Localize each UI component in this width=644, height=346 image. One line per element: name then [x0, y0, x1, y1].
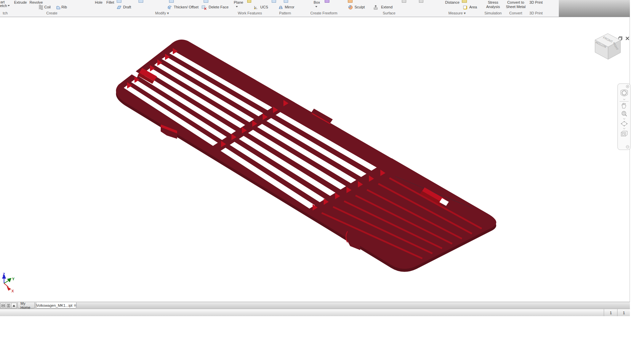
cut-icon-fragment: [272, 0, 276, 3]
stress-analysis-button[interactable]: Stress: [482, 0, 504, 4]
part-viewport: Z Y X: [0, 17, 630, 302]
panel-convert: Convert to Sheet Metal Convert: [504, 0, 528, 16]
panel-sketch: art etch tch: [0, 0, 11, 16]
thicken-offset-button[interactable]: Thicken/ Offset: [174, 5, 199, 9]
navbar-divider: [620, 101, 629, 102]
panel-3d-print: 3D Print 3D Print: [528, 0, 545, 16]
area-icon: [463, 5, 468, 10]
mirror-icon: [278, 5, 283, 10]
look-at-icon[interactable]: [621, 131, 628, 136]
area-button[interactable]: Area: [469, 5, 477, 9]
tab-my-home[interactable]: My Home: [17, 302, 35, 308]
cut-icon-fragment: [247, 0, 251, 3]
panel-label-sketch: tch: [0, 11, 10, 16]
navigation-bar: [618, 83, 631, 150]
convert-sheet-metal-button-line2[interactable]: Sheet Metal: [504, 5, 528, 9]
chevron-down-icon[interactable]: [623, 128, 626, 129]
panel-label-create-freeform: Create Freeform: [301, 11, 346, 16]
chevron-down-icon[interactable]: [623, 118, 626, 120]
cut-icon-fragment: [402, 0, 406, 3]
tile-vertical-icon: [7, 304, 10, 307]
cut-icon-fragment: [348, 0, 353, 3]
y-axis-label: Y: [12, 277, 15, 281]
orbit-icon[interactable]: [621, 121, 628, 127]
inventor-app-window: art etch tch Extrude Revolve Coil Rib Cr…: [0, 0, 630, 316]
tile-vertical-button[interactable]: [6, 303, 11, 308]
viewcube[interactable]: FRONT BOTTOM RIGHT: [594, 32, 623, 61]
delete-face-button[interactable]: Delete Face: [209, 5, 228, 9]
extrude-button[interactable]: Extrude: [14, 0, 27, 4]
distance-button[interactable]: Distance: [445, 0, 460, 4]
panel-measure: Distance Area Measure ▾: [432, 0, 483, 16]
tab-document-label: Volkswagen_MK1...ipt: [36, 303, 72, 307]
origin-triad: Z Y X: [2, 272, 15, 293]
status-bar: 1 1: [0, 309, 630, 316]
panel-label-create: Create: [10, 11, 93, 16]
tab-document[interactable]: Volkswagen_MK1...ipt ⊠: [36, 302, 76, 308]
pan-hand-icon[interactable]: [621, 103, 628, 109]
cut-icon-fragment: [419, 0, 423, 3]
panel-label-modify[interactable]: Modify ▾: [93, 11, 231, 16]
panel-modify: Hole Fillet Draft Thicken/ Offset Delete…: [93, 0, 231, 16]
ucs-button[interactable]: UCS: [260, 5, 268, 9]
cut-icon-fragment: [204, 0, 208, 3]
tab-close-icon[interactable]: ⊠: [74, 304, 76, 307]
mirror-button[interactable]: Mirror: [285, 5, 294, 9]
panel-label-simulation: Simulation: [482, 11, 504, 16]
zoom-icon[interactable]: [621, 110, 628, 117]
x-axis-label: X: [11, 289, 14, 293]
ribbon-empty-area: [559, 0, 630, 17]
coil-button[interactable]: Coil: [44, 5, 51, 9]
hole-button[interactable]: Hole: [95, 0, 103, 4]
ucs-icon: [253, 5, 259, 10]
revolve-button[interactable]: Revolve: [30, 0, 43, 4]
cut-icon-fragment: [284, 0, 288, 3]
arrow-up-icon: [12, 304, 15, 307]
panel-create: Extrude Revolve Coil Rib Create: [10, 0, 94, 16]
tile-horizontal-icon: [1, 304, 5, 307]
tab-my-home-label: My Home: [20, 301, 32, 309]
stress-analysis-button-line2[interactable]: Analysis: [482, 5, 504, 9]
extend-button[interactable]: Extend: [381, 5, 392, 9]
status-counter-2: 1: [617, 309, 630, 316]
chevron-down-icon[interactable]: [8, 5, 10, 6]
tile-horizontal-button[interactable]: [0, 303, 6, 308]
draft-button[interactable]: Draft: [123, 5, 131, 9]
panel-surface: Sculpt Extend Surface: [346, 0, 432, 16]
convert-sheet-metal-button[interactable]: Convert to: [504, 0, 528, 4]
cut-icon-fragment: [325, 0, 329, 3]
rib-button[interactable]: Rib: [61, 5, 67, 9]
model-canvas[interactable]: Z Y X FRONT BOTTOM RIGHT: [0, 17, 630, 302]
panel-empty: [544, 0, 559, 16]
box-button[interactable]: Box: [314, 0, 320, 4]
fillet-button[interactable]: Fillet: [106, 0, 114, 4]
plane-button[interactable]: Plane: [234, 0, 243, 4]
cut-icon-fragment: [462, 0, 467, 3]
navbar-more-icon[interactable]: [626, 145, 629, 149]
navbar-close-icon[interactable]: [626, 85, 629, 88]
delete-face-icon: [201, 5, 207, 10]
panel-label-3d-print: 3D Print: [528, 11, 544, 16]
navigation-wheel-icon[interactable]: [620, 89, 629, 98]
panel-simulation: Stress Analysis Simulation: [482, 0, 504, 16]
chevron-down-icon[interactable]: [623, 99, 626, 100]
part-volkswagen-grille[interactable]: [116, 40, 496, 272]
start-sketch-button-line2[interactable]: etch: [0, 4, 7, 8]
chevron-down-icon[interactable]: [315, 6, 317, 7]
panel-create-freeform: Box Create Freeform: [301, 0, 347, 16]
panel-label-work-features: Work Features: [231, 11, 269, 16]
expand-tabs-button[interactable]: [11, 303, 17, 308]
ribbon: art etch tch Extrude Revolve Coil Rib Cr…: [0, 0, 630, 17]
panel-label-pattern: Pattern: [269, 11, 301, 16]
sculpt-button[interactable]: Sculpt: [355, 5, 365, 9]
chevron-down-icon[interactable]: [236, 6, 238, 7]
panel-label-measure[interactable]: Measure ▾: [432, 11, 482, 16]
cut-icon-fragment: [169, 0, 174, 3]
y-axis-arrow: [7, 278, 11, 282]
status-counter-1: 1: [604, 309, 618, 316]
rib-icon: [56, 5, 61, 10]
panel-label-surface: Surface: [346, 11, 432, 16]
3d-print-button[interactable]: 3D Print: [528, 0, 544, 4]
draft-icon: [116, 5, 122, 10]
close-icon[interactable]: [625, 36, 630, 41]
